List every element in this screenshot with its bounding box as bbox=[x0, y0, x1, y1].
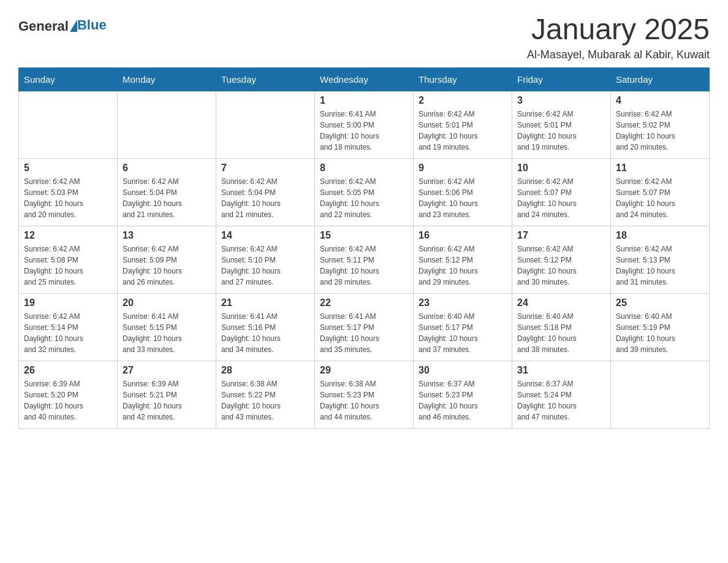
day-number: 5 bbox=[24, 163, 112, 174]
calendar-cell: 21Sunrise: 6:41 AM Sunset: 5:16 PM Dayli… bbox=[216, 294, 315, 361]
day-info: Sunrise: 6:42 AM Sunset: 5:08 PM Dayligh… bbox=[24, 243, 112, 288]
calendar-cell: 25Sunrise: 6:40 AM Sunset: 5:19 PM Dayli… bbox=[611, 294, 710, 361]
header-thursday: Thursday bbox=[414, 68, 512, 91]
calendar-cell: 20Sunrise: 6:41 AM Sunset: 5:15 PM Dayli… bbox=[118, 294, 216, 361]
day-number: 2 bbox=[419, 95, 507, 106]
day-info: Sunrise: 6:42 AM Sunset: 5:06 PM Dayligh… bbox=[419, 176, 507, 220]
day-number: 1 bbox=[320, 95, 408, 106]
calendar-cell: 3Sunrise: 6:42 AM Sunset: 5:01 PM Daylig… bbox=[512, 91, 611, 159]
day-number: 6 bbox=[123, 163, 211, 174]
day-number: 27 bbox=[123, 365, 211, 376]
calendar-week-2: 5Sunrise: 6:42 AM Sunset: 5:03 PM Daylig… bbox=[19, 159, 710, 226]
day-number: 9 bbox=[419, 163, 507, 174]
day-number: 20 bbox=[123, 297, 211, 308]
calendar-week-1: 1Sunrise: 6:41 AM Sunset: 5:00 PM Daylig… bbox=[19, 91, 710, 159]
day-info: Sunrise: 6:40 AM Sunset: 5:18 PM Dayligh… bbox=[517, 311, 605, 355]
calendar-cell bbox=[118, 91, 216, 159]
day-info: Sunrise: 6:41 AM Sunset: 5:17 PM Dayligh… bbox=[320, 311, 408, 355]
calendar-cell: 29Sunrise: 6:38 AM Sunset: 5:23 PM Dayli… bbox=[315, 361, 414, 429]
calendar-cell: 17Sunrise: 6:42 AM Sunset: 5:12 PM Dayli… bbox=[512, 226, 611, 294]
day-info: Sunrise: 6:37 AM Sunset: 5:24 PM Dayligh… bbox=[517, 378, 605, 423]
day-info: Sunrise: 6:39 AM Sunset: 5:20 PM Dayligh… bbox=[24, 378, 112, 423]
calendar-cell: 28Sunrise: 6:38 AM Sunset: 5:22 PM Dayli… bbox=[216, 361, 315, 429]
calendar-cell: 5Sunrise: 6:42 AM Sunset: 5:03 PM Daylig… bbox=[19, 159, 118, 226]
calendar-week-5: 26Sunrise: 6:39 AM Sunset: 5:20 PM Dayli… bbox=[19, 361, 710, 429]
day-info: Sunrise: 6:41 AM Sunset: 5:00 PM Dayligh… bbox=[320, 109, 408, 153]
calendar-header-row: SundayMondayTuesdayWednesdayThursdayFrid… bbox=[19, 68, 710, 91]
calendar-week-4: 19Sunrise: 6:42 AM Sunset: 5:14 PM Dayli… bbox=[19, 294, 710, 361]
location-subtitle: Al-Masayel, Mubarak al Kabir, Kuwait bbox=[527, 48, 710, 61]
calendar-cell: 9Sunrise: 6:42 AM Sunset: 5:06 PM Daylig… bbox=[414, 159, 512, 226]
day-info: Sunrise: 6:42 AM Sunset: 5:12 PM Dayligh… bbox=[517, 243, 605, 288]
day-info: Sunrise: 6:42 AM Sunset: 5:02 PM Dayligh… bbox=[616, 109, 704, 153]
header-tuesday: Tuesday bbox=[216, 68, 315, 91]
day-info: Sunrise: 6:42 AM Sunset: 5:01 PM Dayligh… bbox=[419, 109, 507, 153]
calendar-table: SundayMondayTuesdayWednesdayThursdayFrid… bbox=[18, 67, 710, 429]
calendar-cell: 8Sunrise: 6:42 AM Sunset: 5:05 PM Daylig… bbox=[315, 159, 414, 226]
calendar-cell bbox=[611, 361, 710, 429]
day-number: 18 bbox=[616, 230, 704, 241]
day-number: 28 bbox=[221, 365, 309, 376]
calendar-cell bbox=[216, 91, 315, 159]
calendar-cell: 1Sunrise: 6:41 AM Sunset: 5:00 PM Daylig… bbox=[315, 91, 414, 159]
logo: General Blue bbox=[18, 18, 107, 34]
calendar-cell: 12Sunrise: 6:42 AM Sunset: 5:08 PM Dayli… bbox=[19, 226, 118, 294]
calendar-cell: 19Sunrise: 6:42 AM Sunset: 5:14 PM Dayli… bbox=[19, 294, 118, 361]
day-number: 13 bbox=[123, 230, 211, 241]
day-info: Sunrise: 6:41 AM Sunset: 5:15 PM Dayligh… bbox=[123, 311, 211, 355]
title-area: January 2025 Al-Masayel, Mubarak al Kabi… bbox=[527, 12, 710, 61]
calendar-cell: 26Sunrise: 6:39 AM Sunset: 5:20 PM Dayli… bbox=[19, 361, 118, 429]
calendar-week-3: 12Sunrise: 6:42 AM Sunset: 5:08 PM Dayli… bbox=[19, 226, 710, 294]
day-number: 31 bbox=[517, 365, 605, 376]
calendar-cell: 6Sunrise: 6:42 AM Sunset: 5:04 PM Daylig… bbox=[118, 159, 216, 226]
day-info: Sunrise: 6:41 AM Sunset: 5:16 PM Dayligh… bbox=[221, 311, 309, 355]
day-number: 25 bbox=[616, 297, 704, 308]
day-number: 10 bbox=[517, 163, 605, 174]
day-info: Sunrise: 6:42 AM Sunset: 5:14 PM Dayligh… bbox=[24, 311, 112, 355]
day-number: 7 bbox=[221, 163, 309, 174]
day-info: Sunrise: 6:42 AM Sunset: 5:13 PM Dayligh… bbox=[616, 243, 704, 288]
logo-general-text: General bbox=[18, 18, 69, 34]
day-info: Sunrise: 6:40 AM Sunset: 5:19 PM Dayligh… bbox=[616, 311, 704, 355]
day-number: 3 bbox=[517, 95, 605, 106]
day-number: 26 bbox=[24, 365, 112, 376]
calendar-cell: 31Sunrise: 6:37 AM Sunset: 5:24 PM Dayli… bbox=[512, 361, 611, 429]
calendar-cell: 18Sunrise: 6:42 AM Sunset: 5:13 PM Dayli… bbox=[611, 226, 710, 294]
calendar-cell: 11Sunrise: 6:42 AM Sunset: 5:07 PM Dayli… bbox=[611, 159, 710, 226]
day-info: Sunrise: 6:37 AM Sunset: 5:23 PM Dayligh… bbox=[419, 378, 507, 423]
day-number: 17 bbox=[517, 230, 605, 241]
day-number: 11 bbox=[616, 163, 704, 174]
calendar-cell: 15Sunrise: 6:42 AM Sunset: 5:11 PM Dayli… bbox=[315, 226, 414, 294]
day-info: Sunrise: 6:42 AM Sunset: 5:01 PM Dayligh… bbox=[517, 109, 605, 153]
day-info: Sunrise: 6:38 AM Sunset: 5:23 PM Dayligh… bbox=[320, 378, 408, 423]
calendar-cell: 27Sunrise: 6:39 AM Sunset: 5:21 PM Dayli… bbox=[118, 361, 216, 429]
calendar-cell: 13Sunrise: 6:42 AM Sunset: 5:09 PM Dayli… bbox=[118, 226, 216, 294]
calendar-cell: 23Sunrise: 6:40 AM Sunset: 5:17 PM Dayli… bbox=[414, 294, 512, 361]
calendar-cell: 4Sunrise: 6:42 AM Sunset: 5:02 PM Daylig… bbox=[611, 91, 710, 159]
calendar-cell: 16Sunrise: 6:42 AM Sunset: 5:12 PM Dayli… bbox=[414, 226, 512, 294]
day-number: 21 bbox=[221, 297, 309, 308]
day-number: 30 bbox=[419, 365, 507, 376]
day-number: 14 bbox=[221, 230, 309, 241]
day-number: 29 bbox=[320, 365, 408, 376]
header-sunday: Sunday bbox=[19, 68, 118, 91]
page-header: General Blue January 2025 Al-Masayel, Mu… bbox=[18, 12, 710, 61]
day-info: Sunrise: 6:42 AM Sunset: 5:07 PM Dayligh… bbox=[517, 176, 605, 220]
day-number: 12 bbox=[24, 230, 112, 241]
logo-triangle-icon bbox=[70, 20, 77, 32]
calendar-cell: 2Sunrise: 6:42 AM Sunset: 5:01 PM Daylig… bbox=[414, 91, 512, 159]
day-number: 15 bbox=[320, 230, 408, 241]
day-info: Sunrise: 6:42 AM Sunset: 5:12 PM Dayligh… bbox=[419, 243, 507, 288]
day-info: Sunrise: 6:42 AM Sunset: 5:11 PM Dayligh… bbox=[320, 243, 408, 288]
day-number: 23 bbox=[419, 297, 507, 308]
day-info: Sunrise: 6:42 AM Sunset: 5:03 PM Dayligh… bbox=[24, 176, 112, 220]
calendar-cell: 10Sunrise: 6:42 AM Sunset: 5:07 PM Dayli… bbox=[512, 159, 611, 226]
calendar-cell: 22Sunrise: 6:41 AM Sunset: 5:17 PM Dayli… bbox=[315, 294, 414, 361]
month-title: January 2025 bbox=[527, 12, 710, 46]
header-wednesday: Wednesday bbox=[315, 68, 414, 91]
day-number: 24 bbox=[517, 297, 605, 308]
day-info: Sunrise: 6:38 AM Sunset: 5:22 PM Dayligh… bbox=[221, 378, 309, 423]
day-info: Sunrise: 6:42 AM Sunset: 5:04 PM Dayligh… bbox=[123, 176, 211, 220]
day-info: Sunrise: 6:42 AM Sunset: 5:07 PM Dayligh… bbox=[616, 176, 704, 220]
calendar-cell: 24Sunrise: 6:40 AM Sunset: 5:18 PM Dayli… bbox=[512, 294, 611, 361]
